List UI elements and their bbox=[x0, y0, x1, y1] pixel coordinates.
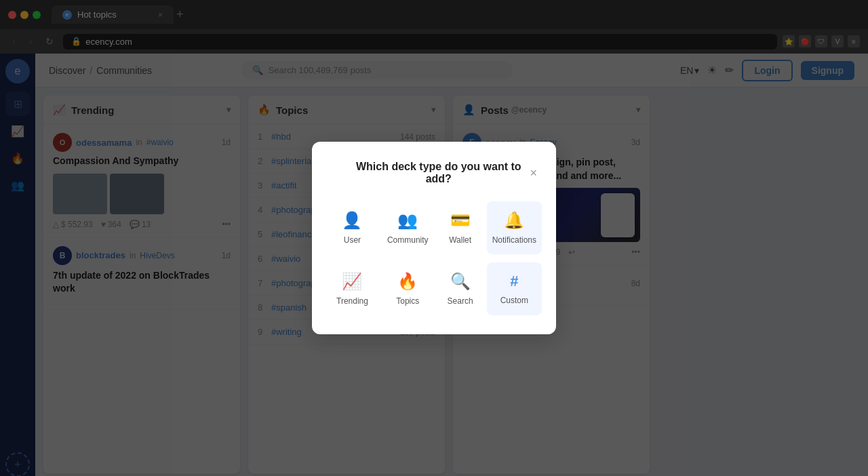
trending-deck-label: Trending bbox=[336, 296, 368, 306]
deck-type-community[interactable]: 👥 Community bbox=[382, 201, 434, 254]
topics-deck-icon: 🔥 bbox=[397, 272, 418, 291]
modal-options-grid: 👤 User 👥 Community 💳 Wallet 🔔 Notificati… bbox=[331, 201, 537, 315]
search-deck-label: Search bbox=[448, 296, 473, 306]
deck-type-wallet[interactable]: 💳 Wallet bbox=[442, 201, 479, 254]
custom-deck-label: Custom bbox=[500, 296, 528, 305]
modal-overlay[interactable]: Which deck type do you want to add? × 👤 … bbox=[0, 0, 868, 476]
deck-type-user[interactable]: 👤 User bbox=[331, 201, 374, 254]
wallet-deck-label: Wallet bbox=[449, 235, 471, 245]
topics-deck-label: Topics bbox=[396, 296, 419, 306]
notifications-deck-label: Notifications bbox=[492, 235, 536, 245]
deck-type-custom[interactable]: # Custom bbox=[487, 262, 542, 315]
modal-title: Which deck type do you want to add? bbox=[347, 161, 530, 185]
wallet-deck-icon: 💳 bbox=[450, 211, 471, 230]
user-deck-icon: 👤 bbox=[342, 211, 362, 230]
trending-deck-icon: 📈 bbox=[342, 272, 362, 291]
deck-type-topics[interactable]: 🔥 Topics bbox=[382, 262, 434, 315]
deck-type-modal: Which deck type do you want to add? × 👤 … bbox=[312, 142, 556, 334]
deck-type-search[interactable]: 🔍 Search bbox=[442, 262, 479, 315]
deck-type-trending[interactable]: 📈 Trending bbox=[331, 262, 374, 315]
deck-type-notifications[interactable]: 🔔 Notifications bbox=[487, 201, 542, 254]
user-deck-label: User bbox=[344, 235, 361, 245]
custom-deck-icon: # bbox=[510, 273, 518, 290]
community-deck-icon: 👥 bbox=[397, 211, 418, 230]
notifications-deck-icon: 🔔 bbox=[504, 211, 524, 230]
search-deck-icon: 🔍 bbox=[450, 272, 471, 291]
modal-header: Which deck type do you want to add? × bbox=[331, 161, 537, 185]
community-deck-label: Community bbox=[387, 235, 429, 245]
modal-close-button[interactable]: × bbox=[530, 166, 537, 180]
